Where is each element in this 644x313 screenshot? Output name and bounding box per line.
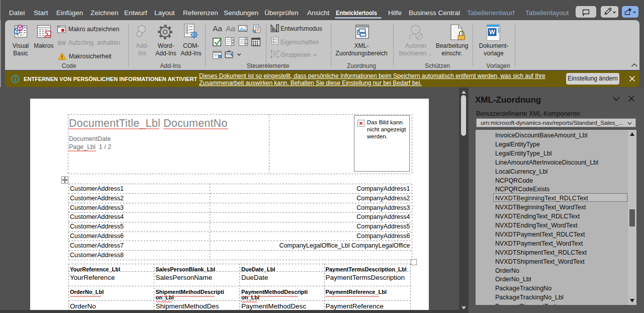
svg-text:W: W <box>489 29 495 36</box>
